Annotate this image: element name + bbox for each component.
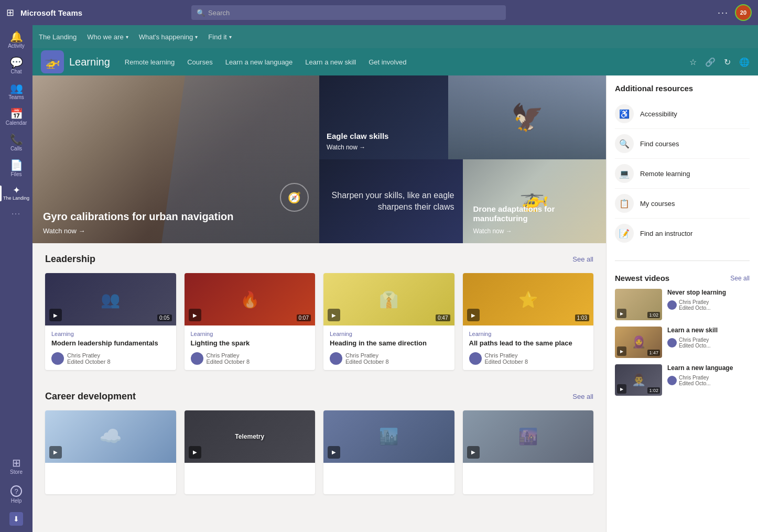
sidebar-item-more[interactable]: ··· <box>0 205 33 221</box>
learning-nav-skill[interactable]: Learn a new skill <box>305 58 356 66</box>
search-bar[interactable]: 🔍 Search <box>191 5 506 20</box>
sidebar-item-files[interactable]: 📄 Files <box>0 156 33 181</box>
career-meta-2 <box>185 463 316 494</box>
video-card-1[interactable]: 👥 ▶ 0:05 Learning Modern leadership fund… <box>45 273 176 370</box>
chevron-down-icon-3: ▾ <box>229 34 232 40</box>
resource-my-courses[interactable]: 📋 My courses <box>615 189 750 219</box>
my-courses-icon: 📋 <box>615 194 634 213</box>
content-area: The Landing Who we are ▾ What's happenin… <box>33 25 758 532</box>
sidebar-item-calls[interactable]: 📞 Calls <box>0 130 33 156</box>
video-title-3: Heading in the same direction <box>330 339 448 348</box>
sidebar-item-chat[interactable]: 💬 Chat <box>0 53 33 79</box>
eagle-title: Eagle claw skills <box>327 132 441 140</box>
nav-item-landing[interactable]: The Landing <box>39 33 77 41</box>
leadership-see-all[interactable]: See all <box>572 255 593 263</box>
app-nav: The Landing Who we are ▾ What's happenin… <box>33 25 758 48</box>
author-name-4: Chris Pratley <box>485 352 528 359</box>
newest-item-3[interactable]: 👨‍💼 ▶ 1:02 Learn a new language Chris Pr… <box>615 364 750 396</box>
sidebar-item-teams[interactable]: 👥 Teams <box>0 79 33 104</box>
resource-remote-learning[interactable]: 💻 Remote learning <box>615 159 750 189</box>
newest-duration-3: 1:02 <box>647 387 660 394</box>
career-card-2[interactable]: Telemetry ▶ <box>185 410 316 494</box>
drone-overlay: Drone adaptations for manufacturing Watc… <box>463 159 607 243</box>
newest-author-name-3: Chris Pratley <box>679 375 711 381</box>
video-category-1: Learning <box>51 331 170 337</box>
hero-text-card: Sharpen your skills, like an eagle sharp… <box>319 159 463 243</box>
duration-1: 0:05 <box>157 314 171 321</box>
newest-thumb-3: 👨‍💼 ▶ 1:02 <box>615 364 662 396</box>
career-title: Career development <box>45 391 136 402</box>
app-title: Microsoft Teams <box>20 8 82 17</box>
globe-icon[interactable]: 🌐 <box>739 57 750 67</box>
sidebar-item-store[interactable]: ⊞ Store <box>0 453 33 479</box>
newest-thumb-1: ▶ 1:02 <box>615 289 662 320</box>
author-edited-1: Edited October 8 <box>67 359 111 365</box>
search-placeholder: Search <box>208 9 230 17</box>
sidebar-item-landing[interactable]: ✦ The Landing <box>0 181 33 205</box>
remote-learning-icon: 💻 <box>615 164 634 183</box>
sidebar-item-download[interactable]: ⬇ <box>0 508 33 530</box>
resource-find-instructor[interactable]: 📝 Find an instructor <box>615 219 750 248</box>
learning-header: 🚁 Learning Remote learning Courses Learn… <box>33 48 758 75</box>
refresh-icon[interactable]: ↻ <box>724 57 731 67</box>
sidebar-item-calendar[interactable]: 📅 Calendar <box>0 104 33 130</box>
link-icon[interactable]: 🔗 <box>705 57 716 67</box>
learning-nav-courses[interactable]: Courses <box>187 58 212 66</box>
career-header: Career development See all <box>45 391 593 402</box>
author-avatar-4 <box>469 352 482 365</box>
career-play-4: ▶ <box>467 446 480 459</box>
calendar-icon: 📅 <box>10 108 23 119</box>
newest-see-all[interactable]: See all <box>730 275 750 282</box>
my-courses-label: My courses <box>640 200 675 208</box>
sidebar-item-help[interactable]: ? Help <box>0 481 33 508</box>
newest-item-2[interactable]: 🧕 ▶ 1:47 Learn a new skill Chris Pratley… <box>615 327 750 358</box>
drone-watch-now[interactable]: Watch now → <box>473 227 596 235</box>
resource-find-courses[interactable]: 🔍 Find courses <box>615 129 750 159</box>
video-card-4[interactable]: ⭐ ▶ 1:03 Learning All paths lead to the … <box>463 273 594 370</box>
learning-nav-involved[interactable]: Get involved <box>369 58 406 66</box>
star-icon[interactable]: ☆ <box>689 57 697 67</box>
hero-card-eagle[interactable]: Eagle claw skills Watch now → 🦅 <box>319 75 606 159</box>
video-title-2: Lighting the spark <box>191 339 309 348</box>
career-video-grid: ☁️ ▶ Telemetry ▶ <box>45 410 593 494</box>
gyro-title: Gyro calibrations for urban navigation <box>43 210 309 223</box>
video-meta-3: Learning Heading in the same direction C… <box>323 325 454 370</box>
main-layout: 🔔 Activity 💬 Chat 👥 Teams 📅 Calendar 📞 C… <box>0 25 758 532</box>
video-card-2[interactable]: 🔥 ▶ 0:07 Learning Lighting the spark <box>185 273 316 370</box>
newest-author-2: Chris Pratley Edited Octo... <box>667 337 750 349</box>
nav-label-whats-happening: What's happening <box>139 33 193 41</box>
video-card-3[interactable]: 👔 ▶ 0:47 Learning Heading in the same di… <box>323 273 454 370</box>
chat-icon: 💬 <box>10 57 23 68</box>
video-category-2: Learning <box>191 331 309 337</box>
resource-accessibility[interactable]: ♿ Accessibility <box>615 99 750 129</box>
sidebar-item-activity[interactable]: 🔔 Activity <box>0 27 33 53</box>
hero-card-drone[interactable]: 🚁 Drone adaptations for manufacturing Wa… <box>463 159 607 243</box>
newest-video-title-3: Learn a new language <box>667 364 750 373</box>
hero-card-gyro[interactable]: Gyro calibrations for urban navigation W… <box>33 75 319 243</box>
newest-item-1[interactable]: ▶ 1:02 Never stop learning Chris Pratley… <box>615 289 750 320</box>
more-options-icon[interactable]: ··· <box>718 7 729 18</box>
newest-author-name-1: Chris Pratley <box>679 299 711 305</box>
find-courses-label: Find courses <box>640 140 679 148</box>
learning-nav-remote[interactable]: Remote learning <box>125 58 175 66</box>
leadership-section: Leadership See all 👥 ▶ 0:05 L <box>33 243 606 381</box>
newest-play-1: ▶ <box>617 309 626 318</box>
career-card-4[interactable]: 🌆 ▶ <box>463 410 594 494</box>
main-content: Gyro calibrations for urban navigation W… <box>33 75 606 532</box>
career-card-3[interactable]: 🏙️ ▶ <box>323 410 454 494</box>
author-name-2: Chris Pratley <box>207 352 250 359</box>
nav-item-who-we-are[interactable]: Who we are ▾ <box>87 33 128 41</box>
author-edited-3: Edited October 8 <box>345 359 389 365</box>
learning-nav-language[interactable]: Learn a new language <box>225 58 293 66</box>
more-icon: ··· <box>12 210 21 217</box>
eagle-watch-now[interactable]: Watch now → <box>327 144 441 151</box>
newest-author-edited-3: Edited Octo... <box>679 381 711 386</box>
nav-item-whats-happening[interactable]: What's happening ▾ <box>139 33 198 41</box>
apps-grid-icon[interactable]: ⊞ <box>6 7 14 18</box>
avatar[interactable]: 20 <box>735 4 752 21</box>
gyro-watch-now[interactable]: Watch now → <box>43 227 309 235</box>
nav-item-find-it[interactable]: Find it ▾ <box>208 33 231 41</box>
career-thumb-1: ☁️ ▶ <box>45 410 176 463</box>
career-card-1[interactable]: ☁️ ▶ <box>45 410 176 494</box>
career-see-all[interactable]: See all <box>572 393 593 400</box>
